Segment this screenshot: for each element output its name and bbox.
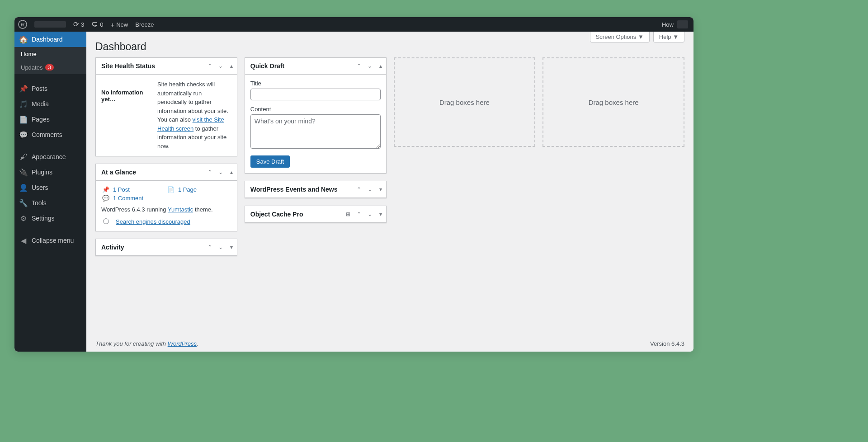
submenu-home[interactable]: Home bbox=[14, 47, 86, 61]
footer-wordpress-link[interactable]: WordPress bbox=[168, 340, 197, 347]
menu-plugins[interactable]: 🔌 Plugins bbox=[14, 165, 86, 180]
draft-content-label: Content bbox=[250, 106, 381, 113]
drop-zone[interactable]: Drag boxes here bbox=[394, 57, 536, 147]
chevron-down-icon: ⌄ bbox=[218, 244, 223, 250]
menu-label: Users bbox=[32, 184, 48, 191]
toggle-button[interactable]: ▴ bbox=[375, 58, 386, 74]
menu-label: Collapse menu bbox=[32, 237, 74, 244]
menu-collapse[interactable]: ◀ Collapse menu bbox=[14, 233, 86, 248]
pages-icon: 📄 bbox=[166, 186, 175, 193]
move-up-button[interactable]: ⌃ bbox=[354, 181, 364, 197]
triangle-down-icon: ▾ bbox=[230, 244, 233, 250]
widget-events-news: WordPress Events and News ⌃ ⌄ ▾ bbox=[245, 181, 387, 198]
menu-label: Posts bbox=[32, 85, 47, 92]
search-engines-link[interactable]: Search engines discouraged bbox=[116, 218, 190, 225]
pin-icon: 📌 bbox=[101, 186, 110, 193]
move-down-button[interactable]: ⌄ bbox=[215, 239, 226, 255]
triangle-down-icon: ▾ bbox=[379, 186, 382, 193]
glance-pages-link[interactable]: 1 Page bbox=[178, 186, 197, 193]
draft-content-textarea[interactable] bbox=[250, 114, 381, 149]
chevron-up-icon: ⌃ bbox=[208, 169, 212, 175]
toggle-button[interactable]: ▾ bbox=[375, 206, 386, 222]
move-down-button[interactable]: ⌄ bbox=[364, 181, 375, 197]
widget-site-health: Site Health Status ⌃ ⌄ ▴ No information … bbox=[95, 57, 237, 156]
triangle-down-icon: ▾ bbox=[379, 211, 382, 217]
glance-posts-link[interactable]: 1 Post bbox=[113, 186, 130, 193]
chevron-up-icon: ⌃ bbox=[208, 63, 212, 69]
menu-comments[interactable]: 💬 Comments bbox=[14, 127, 86, 142]
toolbar-comments-count: 0 bbox=[100, 21, 103, 28]
toolbar-breeze[interactable]: Breeze bbox=[132, 17, 157, 32]
toolbar-breeze-label: Breeze bbox=[135, 21, 154, 28]
toggle-button[interactable]: ▾ bbox=[375, 181, 386, 197]
avatar bbox=[677, 20, 688, 28]
chevron-down-icon: ⌄ bbox=[368, 186, 372, 193]
toggle-button[interactable]: ▴ bbox=[226, 58, 237, 74]
menu-tools[interactable]: 🔧 Tools bbox=[14, 195, 86, 211]
submenu-label: Home bbox=[21, 51, 37, 57]
chevron-down-icon: ⌄ bbox=[368, 211, 372, 217]
menu-label: Settings bbox=[32, 215, 55, 222]
site-health-status: No information yet… bbox=[101, 80, 151, 103]
pages-icon: 📄 bbox=[19, 115, 28, 124]
triangle-up-icon: ▴ bbox=[230, 63, 233, 69]
wp-logo-menu[interactable] bbox=[14, 17, 31, 32]
plus-icon: + bbox=[110, 21, 114, 28]
move-down-button[interactable]: ⌄ bbox=[215, 58, 226, 74]
screen-options-button[interactable]: Screen Options ▼ bbox=[590, 32, 650, 42]
footer-version: Version 6.4.3 bbox=[650, 340, 684, 347]
toggle-button[interactable]: ▾ bbox=[226, 239, 237, 255]
drop-zone[interactable]: Drag boxes here bbox=[542, 57, 684, 147]
menu-label: Plugins bbox=[32, 169, 52, 176]
draft-title-input[interactable] bbox=[250, 89, 381, 100]
menu-users[interactable]: 👤 Users bbox=[14, 180, 86, 195]
toggle-button[interactable]: ▴ bbox=[226, 164, 237, 180]
toolbar-account[interactable]: How bbox=[659, 17, 691, 32]
menu-label: Appearance bbox=[32, 153, 66, 160]
move-up-button[interactable]: ⌃ bbox=[354, 206, 364, 222]
menu-media[interactable]: 🎵 Media bbox=[14, 96, 86, 112]
menu-pages[interactable]: 📄 Pages bbox=[14, 112, 86, 127]
admin-sidebar: 🏠 Dashboard Home Updates 3 📌 Posts 🎵 bbox=[14, 32, 86, 352]
move-up-button[interactable]: ⌃ bbox=[204, 164, 215, 180]
toolbar-comments[interactable]: 🗨 0 bbox=[88, 17, 107, 32]
help-button[interactable]: Help ▼ bbox=[653, 32, 684, 42]
menu-label: Comments bbox=[32, 131, 62, 138]
move-up-button[interactable]: ⌃ bbox=[204, 239, 215, 255]
move-up-button[interactable]: ⌃ bbox=[354, 58, 364, 74]
toolbar-new[interactable]: + New bbox=[107, 17, 132, 32]
dashboard-icon: 🏠 bbox=[19, 35, 28, 44]
menu-settings[interactable]: ⚙ Settings bbox=[14, 211, 86, 226]
submenu-updates[interactable]: Updates 3 bbox=[14, 61, 86, 74]
admin-toolbar: ⟳ 3 🗨 0 + New Breeze How bbox=[14, 17, 693, 32]
main-content: Screen Options ▼ Help ▼ Dashboard Site H… bbox=[86, 32, 693, 352]
comments-icon: 💬 bbox=[19, 131, 28, 139]
move-down-button[interactable]: ⌄ bbox=[364, 58, 375, 74]
move-up-button[interactable]: ⌃ bbox=[204, 58, 215, 74]
config-button[interactable]: ⊞ bbox=[343, 206, 354, 222]
menu-label: Media bbox=[32, 100, 49, 108]
move-down-button[interactable]: ⌄ bbox=[215, 164, 226, 180]
drop-zone-text: Drag boxes here bbox=[439, 99, 490, 106]
settings-icon: ⚙ bbox=[19, 214, 28, 223]
move-down-button[interactable]: ⌄ bbox=[364, 206, 375, 222]
chevron-up-icon: ⌃ bbox=[357, 186, 361, 193]
chevron-up-icon: ⌃ bbox=[357, 211, 361, 217]
site-health-text: Site health checks will automatically ru… bbox=[157, 80, 231, 150]
widget-at-a-glance: At a Glance ⌃ ⌄ ▴ 📌1 Post 📄1 Page bbox=[95, 164, 237, 231]
glance-comments-link[interactable]: 1 Comment bbox=[113, 195, 143, 202]
chevron-up-icon: ⌃ bbox=[357, 63, 361, 69]
comment-icon: 🗨 bbox=[91, 21, 98, 28]
menu-appearance[interactable]: 🖌 Appearance bbox=[14, 149, 86, 165]
menu-posts[interactable]: 📌 Posts bbox=[14, 81, 86, 96]
widget-title: At a Glance bbox=[96, 164, 204, 180]
triangle-up-icon: ▴ bbox=[379, 63, 382, 69]
toolbar-updates[interactable]: ⟳ 3 bbox=[70, 17, 88, 32]
menu-dashboard[interactable]: 🏠 Dashboard bbox=[14, 32, 86, 47]
plugin-icon: 🔌 bbox=[19, 168, 28, 177]
pin-icon: 📌 bbox=[19, 85, 28, 93]
save-draft-button[interactable]: Save Draft bbox=[250, 155, 290, 168]
site-name-menu[interactable] bbox=[31, 17, 70, 32]
widget-title: Site Health Status bbox=[96, 58, 204, 74]
theme-link[interactable]: Yumtastic bbox=[168, 206, 193, 213]
